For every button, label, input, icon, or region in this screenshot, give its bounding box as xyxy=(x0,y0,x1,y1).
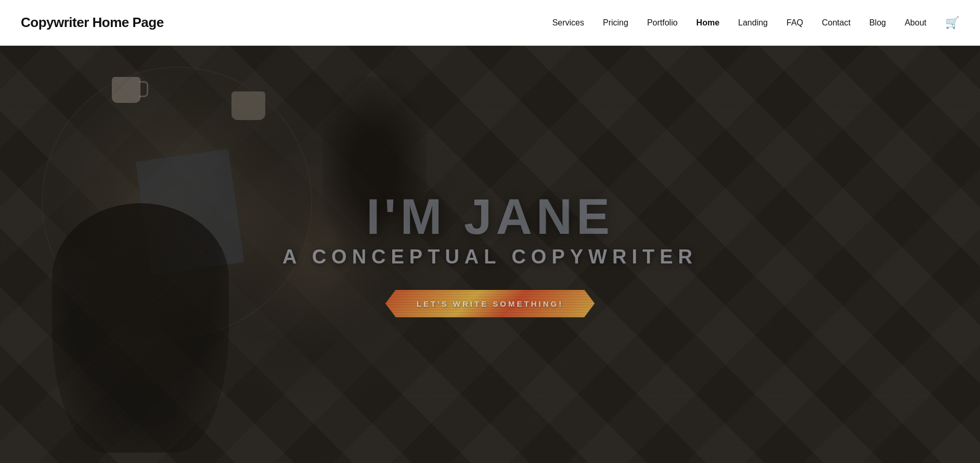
nav-about[interactable]: About xyxy=(905,18,926,28)
site-title: Copywriter Home Page xyxy=(21,15,164,31)
hero-headline: I'M JANE xyxy=(366,192,614,242)
nav-landing[interactable]: Landing xyxy=(738,18,768,28)
nav-portfolio[interactable]: Portfolio xyxy=(647,18,678,28)
hero-cta-button[interactable]: LET'S WRITE SOMETHING! xyxy=(385,290,595,318)
nav-pricing[interactable]: Pricing xyxy=(603,18,628,28)
cart-icon[interactable]: 🛒 xyxy=(945,16,959,30)
nav-contact[interactable]: Contact xyxy=(822,18,850,28)
hero-section: I'M JANE A CONCEPTUAL COPYWRITER LET'S W… xyxy=(0,46,980,463)
hero-content: I'M JANE A CONCEPTUAL COPYWRITER LET'S W… xyxy=(0,46,980,463)
site-header: Copywriter Home Page Services Pricing Po… xyxy=(0,0,980,46)
hero-subheadline: A CONCEPTUAL COPYWRITER xyxy=(282,246,698,268)
hero-cta-container: LET'S WRITE SOMETHING! xyxy=(385,290,595,318)
nav-home[interactable]: Home xyxy=(697,18,719,28)
main-nav: Services Pricing Portfolio Home Landing … xyxy=(552,16,959,30)
nav-services[interactable]: Services xyxy=(552,18,584,28)
nav-faq[interactable]: FAQ xyxy=(786,18,803,28)
nav-blog[interactable]: Blog xyxy=(869,18,886,28)
